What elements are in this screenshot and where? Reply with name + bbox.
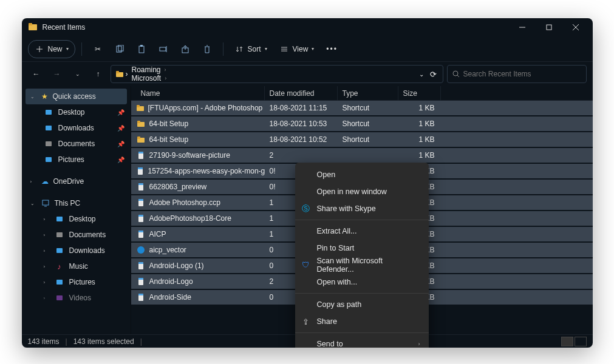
rename-button[interactable] [154,40,173,58]
search-box[interactable] [447,65,587,83]
file-name: [FTUApps.com] - Adobe Photoshop 2020... [148,104,265,112]
ellipsis-icon: ••• [326,45,338,53]
paste-button[interactable] [132,40,151,58]
copy-button[interactable] [110,40,129,58]
col-date[interactable]: Date modified [265,86,338,100]
view-large-button[interactable] [575,337,587,346]
chevron-down-icon[interactable]: ⌄ [419,71,424,78]
col-size[interactable]: Size [398,86,441,100]
file-name: 64-bit Setup [149,135,189,144]
chevron-down-icon: ▾ [265,46,267,52]
file-type: Shortcut [338,104,398,112]
pc-icon [41,199,50,207]
sidebar-this-pc[interactable]: ⌄ This PC [22,195,131,211]
up-button[interactable]: ↑ [90,66,107,83]
svg-rect-11 [140,45,143,47]
file-row[interactable]: [FTUApps.com] - Adobe Photoshop 2020...1… [131,101,593,115]
more-button[interactable]: ••• [321,40,343,58]
cloud-icon: ☁ [41,177,49,186]
sidebar-item-downloads[interactable]: Downloads📌 [22,120,131,136]
svg-rect-46 [138,199,143,201]
file-name: AICP [149,230,166,238]
column-headers[interactable]: Name Date modified Type Size [131,86,593,101]
sidebar-item-music[interactable]: ›♪Music [22,258,131,274]
sort-button[interactable]: Sort ▾ [230,40,272,58]
refresh-button[interactable]: ⟳ [430,70,437,79]
sidebar-item-desktop[interactable]: ›Desktop [22,211,131,227]
maximize-button[interactable] [536,18,562,36]
menu-copy-as-path[interactable]: Copy as path [295,296,429,313]
delete-button[interactable] [197,40,217,58]
sidebar-item-pictures[interactable]: Pictures📌 [22,152,131,167]
menu-open[interactable]: Open [295,166,429,183]
sidebar-item-videos[interactable]: ›Videos [22,290,131,306]
rename-icon [159,44,168,54]
sidebar-quick-access[interactable]: ⌄ ★ Quick access [26,89,127,104]
file-name: 64-bit Setup [149,120,189,128]
svg-rect-38 [137,136,140,139]
menu-share[interactable]: ⇪Share [295,313,429,330]
svg-rect-3 [547,25,551,30]
view-button[interactable]: View ▾ [275,40,319,58]
videos-icon [55,293,64,303]
file-icon [136,119,146,129]
skype-icon: Ⓢ [301,204,311,214]
breadcrumb-item[interactable]: Microsoft› [129,74,177,83]
chevron-right-icon: › [163,75,168,81]
col-name[interactable]: Name [131,86,265,100]
chevron-down-icon: ⌄ [30,94,36,99]
file-name: Adobe Photoshop.ccp [149,198,220,207]
view-details-button[interactable] [561,337,573,346]
breadcrumb-item[interactable]: Roaming› [129,66,177,74]
file-size: 1 KB [398,120,441,128]
new-button[interactable]: New ▾ [28,40,75,58]
recent-dropdown[interactable]: ⌄ [69,66,86,83]
file-row[interactable]: 27190-9-software-picture21 KB [131,148,593,163]
menu-share-with-skype[interactable]: ⓈShare with Skype [295,200,429,217]
file-row[interactable]: 64-bit Setup18-08-2021 10:53Shortcut1 KB [131,116,593,131]
sidebar-item-downloads[interactable]: ›Downloads [22,243,131,258]
address-bar[interactable]: › Ozias›AppData›Roaming›Microsoft›Window… [111,65,443,83]
pin-icon: 📌 [117,125,125,132]
breadcrumb-item[interactable]: Windows› [129,83,177,83]
sort-icon [234,44,244,54]
search-input[interactable] [463,70,581,78]
sidebar-item-documents[interactable]: ›Documents [22,227,131,243]
file-size: 1 KB [398,151,441,160]
share-button[interactable] [176,40,195,58]
close-button[interactable] [562,18,589,36]
svg-rect-24 [46,141,52,146]
file-icon [136,245,146,255]
col-type[interactable]: Type [338,86,398,100]
svg-rect-22 [46,110,52,115]
chevron-right-icon: › [44,264,50,269]
file-date: 2 [265,151,338,160]
menu-scan-with-microsoft-defender-[interactable]: 🛡Scan with Microsoft Defender... [295,257,429,274]
back-button[interactable]: ← [28,66,45,83]
file-icon [136,261,146,271]
menu-open-in-new-window[interactable]: Open in new window [295,183,429,200]
menu-open-with-[interactable]: Open with... [295,274,429,291]
forward-button[interactable]: → [49,66,66,83]
sidebar-item-documents[interactable]: Documents📌 [22,136,131,152]
sidebar-item-desktop[interactable]: Desktop📌 [22,104,131,120]
downloads-icon [55,246,64,255]
sidebar-onedrive[interactable]: › ☁ OneDrive [22,174,131,189]
pin-icon: 📌 [117,157,125,163]
status-items: 143 items [28,337,60,346]
svg-rect-40 [138,152,143,153]
sidebar-item-pictures[interactable]: ›Pictures [22,274,131,290]
svg-rect-31 [56,280,63,285]
documents-icon [55,230,64,240]
minimize-button[interactable] [509,18,536,36]
file-row[interactable]: 64-bit Setup18-08-2021 10:52Shortcut1 KB [131,132,593,147]
menu-extract-all-[interactable]: Extract All... [295,223,429,240]
cut-button[interactable]: ✂ [88,40,107,58]
svg-rect-25 [46,157,52,162]
share-icon [180,44,190,54]
menu-pin-to-start[interactable]: Pin to Start [295,240,429,257]
file-size: 1 KB [398,104,441,112]
chevron-right-icon: › [418,341,420,347]
star-icon: ★ [41,92,48,101]
menu-send-to[interactable]: Send to› [295,335,429,348]
